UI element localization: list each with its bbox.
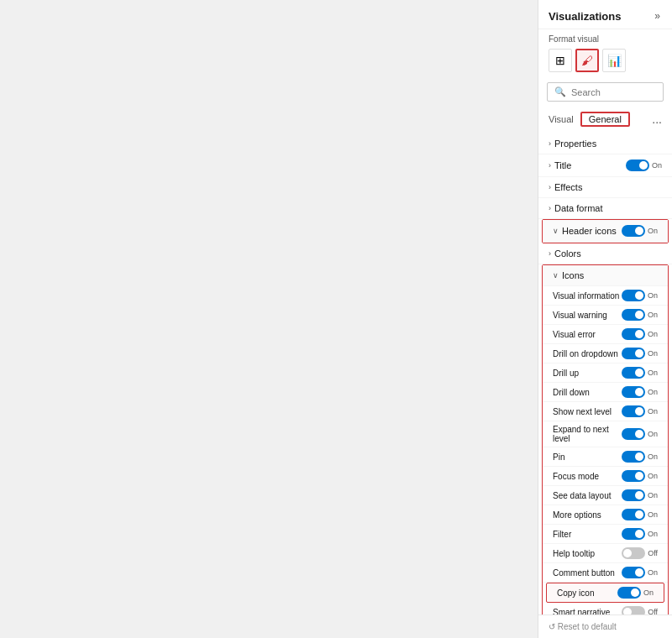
icon-toggle-row[interactable]: Copy iconOn (546, 583, 664, 603)
toggle-pill[interactable] (622, 367, 645, 379)
title-toggle[interactable]: On (626, 160, 662, 171)
toggle-knob (635, 407, 643, 416)
paint-format-button[interactable]: 🖌 (575, 49, 599, 72)
toggle-pill[interactable] (622, 606, 645, 614)
panel-header: Visualizations » (538, 0, 672, 29)
icon-toggle-switch[interactable]: On (622, 405, 658, 417)
icon-toggle-switch[interactable]: On (622, 328, 658, 340)
icon-toggle-label: Show next level (553, 407, 612, 416)
toggle-pill[interactable] (622, 489, 645, 501)
icon-toggle-switch[interactable]: On (622, 567, 658, 578)
toggle-pill[interactable] (622, 428, 645, 440)
panel-title: Visualizations (549, 10, 621, 23)
effects-label: › Effects (549, 182, 582, 192)
visual-general-row: Visual General ... (538, 108, 672, 133)
toggle-knob (635, 369, 643, 377)
icon-toggle-switch[interactable]: On (622, 470, 658, 482)
icon-toggle-row[interactable]: Help tooltipOff (543, 544, 668, 563)
title-toggle-knob (639, 161, 648, 170)
toggle-knob (635, 349, 643, 358)
toggle-pill[interactable] (622, 290, 645, 301)
effects-chevron: › (549, 183, 551, 191)
icon-toggle-row[interactable]: FilterOn (543, 525, 668, 544)
toggle-pill[interactable] (617, 587, 641, 599)
general-button[interactable]: General (580, 112, 630, 127)
toggle-pill[interactable] (622, 528, 645, 540)
more-options-button[interactable]: ... (652, 112, 662, 126)
icon-toggle-switch[interactable]: On (617, 587, 654, 599)
toggle-pill[interactable] (622, 567, 645, 578)
icon-toggle-row[interactable]: Show next levelOn (543, 402, 668, 421)
icon-toggle-switch[interactable]: On (622, 489, 658, 501)
toggle-state-label: On (648, 388, 658, 396)
icon-toggle-switch[interactable]: On (622, 451, 658, 463)
icon-toggle-row[interactable]: Visual informationOn (543, 286, 668, 306)
icon-toggle-row[interactable]: Comment buttonOn (543, 563, 668, 583)
header-icons-section: ∨ Header icons On (542, 219, 669, 243)
icon-toggle-row[interactable]: Drill upOn (543, 363, 668, 383)
header-icons-toggle-pill[interactable] (622, 225, 645, 237)
icon-toggle-label: Focus mode (553, 472, 599, 481)
icon-toggle-switch[interactable]: On (622, 348, 658, 359)
icon-toggle-row[interactable]: Drill downOn (543, 383, 668, 402)
panel-scroll-area[interactable]: › Properties › Title On › Effects (538, 133, 672, 614)
toggle-pill[interactable] (622, 348, 645, 359)
icon-toggle-switch[interactable]: On (622, 309, 658, 321)
icon-toggle-switch[interactable]: On (622, 290, 658, 301)
icons-label: ∨ Icons (553, 270, 584, 280)
title-toggle-pill[interactable] (626, 160, 649, 171)
toggle-pill[interactable] (622, 309, 645, 321)
analytics-format-button[interactable]: 📊 (602, 49, 626, 72)
icon-toggle-label: Drill down (553, 388, 590, 397)
toggle-state-label: Off (648, 608, 658, 614)
icons-toggle-row[interactable]: ∨ Icons (543, 265, 668, 286)
icon-toggle-switch[interactable]: On (622, 386, 658, 398)
toggle-state-label: Off (648, 549, 658, 557)
icon-toggle-row[interactable]: Drill on dropdownOn (543, 344, 668, 363)
icon-toggle-switch[interactable]: Off (622, 606, 658, 614)
colors-section[interactable]: › Colors (538, 243, 672, 264)
toggle-knob (635, 472, 643, 480)
toggle-pill[interactable] (622, 470, 645, 482)
effects-section[interactable]: › Effects (538, 177, 672, 198)
search-input[interactable] (571, 87, 656, 97)
toggle-knob (635, 452, 643, 461)
format-visual-label: Format visual (538, 29, 672, 47)
toggle-knob (635, 568, 643, 577)
toggle-knob (635, 291, 643, 300)
header-icons-toggle[interactable]: On (622, 225, 658, 237)
icon-toggle-switch[interactable]: Off (622, 547, 658, 559)
toggle-state-label: On (648, 510, 658, 519)
icon-toggle-switch[interactable]: On (622, 509, 658, 520)
toggle-pill[interactable] (622, 386, 645, 398)
icon-toggle-row[interactable]: Visual errorOn (543, 325, 668, 344)
search-box[interactable]: 🔍 (547, 82, 664, 102)
icon-toggle-switch[interactable]: On (622, 367, 658, 379)
title-section[interactable]: › Title On (538, 154, 672, 177)
header-icons-toggle-row[interactable]: ∨ Header icons On (543, 220, 668, 243)
icon-toggle-row[interactable]: Smart narrativeOff (543, 603, 668, 614)
icon-toggle-row[interactable]: See data layoutOn (543, 486, 668, 505)
table-format-button[interactable]: ⊞ (549, 49, 572, 72)
icon-toggle-label: Pin (553, 452, 564, 462)
toggle-pill[interactable] (622, 547, 645, 559)
reset-button[interactable]: ↺ Reset to default (549, 622, 662, 631)
icon-toggle-label: Comment button (553, 568, 615, 578)
icon-toggle-row[interactable]: More optionsOn (543, 505, 668, 525)
data-format-section[interactable]: › Data format (538, 198, 672, 219)
toggle-state-label: On (648, 491, 658, 499)
icon-toggle-row[interactable]: Expand to next levelOn (543, 421, 668, 447)
properties-section[interactable]: › Properties (538, 133, 672, 154)
icon-toggle-switch[interactable]: On (622, 428, 658, 440)
toggle-pill[interactable] (622, 509, 645, 520)
icon-toggle-row[interactable]: PinOn (543, 447, 668, 467)
toggle-pill[interactable] (622, 328, 645, 340)
toggle-pill[interactable] (622, 405, 645, 417)
header-icons-toggle-label: On (648, 227, 658, 235)
panel-collapse-button[interactable]: » (653, 8, 662, 24)
icon-toggle-row[interactable]: Visual warningOn (543, 306, 668, 325)
icon-toggle-row[interactable]: Focus modeOn (543, 467, 668, 486)
toggle-pill[interactable] (622, 451, 645, 463)
icon-toggle-switch[interactable]: On (622, 528, 658, 540)
title-toggle-label: On (652, 161, 662, 170)
